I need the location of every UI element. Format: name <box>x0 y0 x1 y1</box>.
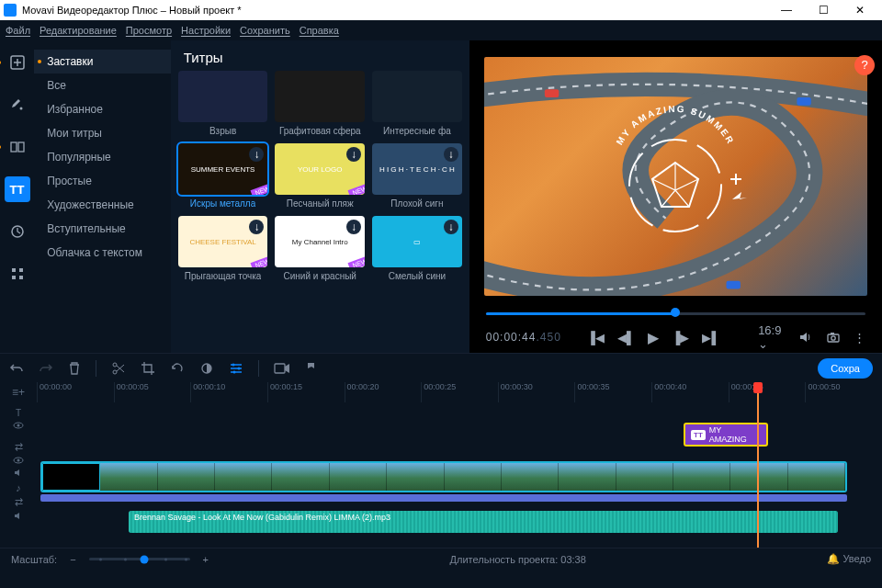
download-icon[interactable]: ↓ <box>249 147 264 162</box>
redo-button[interactable] <box>39 361 53 376</box>
download-icon[interactable]: ↓ <box>249 220 264 234</box>
menu-help[interactable]: Справка <box>300 25 339 36</box>
app-logo-icon <box>4 4 17 17</box>
track-mute-icon[interactable] <box>14 511 24 521</box>
record-button[interactable] <box>274 362 290 375</box>
window-maximize-button[interactable]: ☐ <box>805 4 842 17</box>
ruler-tick: 00:00:15 <box>267 382 345 402</box>
gallery-tile[interactable]: My Channel Intro↓NEWСиний и красный <box>275 216 365 281</box>
track-mute-icon[interactable] <box>14 468 24 478</box>
window-close-button[interactable]: ✕ <box>842 4 878 17</box>
play-button[interactable]: ▶ <box>648 329 659 346</box>
title-overlay: MY AMAZING SUMMER <box>593 98 758 254</box>
zoom-out-button[interactable]: − <box>70 554 75 565</box>
notifications-button[interactable]: 🔔 Уведо <box>827 553 871 565</box>
gallery-tile[interactable]: YOUR LOGO↓NEWПесчаный пляж <box>275 143 365 209</box>
download-icon[interactable]: ↓ <box>444 147 458 162</box>
volume-button[interactable] <box>798 330 813 345</box>
tile-thumb[interactable]: My Channel Intro↓NEW <box>275 216 365 267</box>
category-my-titles[interactable]: Мои титры <box>34 121 171 145</box>
window-titlebar: Movavi Видеоредактор Плюс – Новый проект… <box>0 0 882 20</box>
rail-more-button[interactable] <box>5 261 30 287</box>
download-icon[interactable]: ↓ <box>444 220 458 234</box>
color-adjust-button[interactable] <box>199 361 214 376</box>
zoom-in-button[interactable]: + <box>203 554 209 565</box>
track-visibility-icon[interactable] <box>13 421 24 430</box>
rail-effects-button[interactable] <box>5 92 30 118</box>
tile-thumb[interactable] <box>372 71 462 122</box>
ruler-tick: 00:00:00 <box>37 382 114 402</box>
gallery-tile[interactable]: Интересные фа <box>372 71 462 136</box>
skip-end-button[interactable]: ▶▌ <box>702 331 719 345</box>
track-link-icon[interactable]: ⇄ <box>15 441 23 453</box>
split-button[interactable] <box>111 361 126 376</box>
menu-view[interactable]: Просмотр <box>126 25 172 36</box>
add-track-button[interactable]: ≡+ <box>0 382 37 402</box>
skip-start-button[interactable]: ▐◀ <box>587 331 605 345</box>
rail-titles-button[interactable]: TT <box>5 176 30 202</box>
gallery-tile[interactable]: SUMMER EVENTS↓NEWИскры металла <box>178 143 268 209</box>
menu-file[interactable]: Файл <box>6 25 30 36</box>
title-clip[interactable]: TT MY AMAZING <box>684 423 768 447</box>
tile-thumb[interactable]: CHEESE FESTIVAL↓NEW <box>178 216 268 267</box>
gallery-tile[interactable]: H I G H · T E C H · C H↓Плохой сигн <box>372 143 462 209</box>
tile-label: Песчаный пляж <box>287 198 354 209</box>
gallery-tile[interactable]: CHEESE FESTIVAL↓NEWПрыгающая точка <box>178 216 268 281</box>
crop-button[interactable] <box>141 361 155 376</box>
snapshot-button[interactable] <box>826 330 841 345</box>
new-badge: NEW <box>251 255 268 267</box>
timeline-ruler[interactable]: 00:00:0000:00:0500:00:1000:00:1500:00:20… <box>37 382 882 402</box>
delete-button[interactable] <box>68 361 81 376</box>
preview-canvas[interactable]: MY AMAZING SUMMER <box>484 57 867 296</box>
menu-edit[interactable]: Редактирование <box>40 25 117 36</box>
download-icon[interactable]: ↓ <box>346 147 361 162</box>
track-link-icon[interactable]: ⇄ <box>15 496 23 508</box>
tile-thumb[interactable]: H I G H · T E C H · C H↓ <box>372 143 462 195</box>
category-simple[interactable]: Простые <box>34 169 171 193</box>
svg-rect-7 <box>12 276 16 279</box>
category-all[interactable]: Все <box>34 74 171 97</box>
category-opening[interactable]: Вступительные <box>34 217 171 241</box>
aspect-ratio-dropdown[interactable]: 16:9 ⌄ <box>758 323 786 351</box>
marker-button[interactable] <box>305 361 318 376</box>
tile-thumb[interactable] <box>275 71 365 122</box>
category-speech-bubbles[interactable]: Облачка с текстом <box>34 241 171 265</box>
gallery-tile[interactable]: Взрыв <box>178 71 268 136</box>
preview-more-button[interactable]: ⋮ <box>854 331 865 345</box>
menu-save[interactable]: Сохранить <box>240 25 290 36</box>
menu-settings[interactable]: Настройки <box>181 25 231 36</box>
undo-button[interactable] <box>9 361 24 376</box>
rail-stickers-button[interactable] <box>5 219 30 244</box>
video-clip[interactable] <box>40 461 847 492</box>
export-button[interactable]: Сохра <box>818 358 873 379</box>
category-favorites[interactable]: Избранное <box>34 97 171 121</box>
tile-thumb[interactable]: ▭↓ <box>372 216 462 267</box>
tile-thumb[interactable] <box>178 71 268 122</box>
tile-thumb[interactable]: YOUR LOGO↓NEW <box>275 143 365 195</box>
category-artistic[interactable]: Художественные <box>34 193 171 217</box>
zoom-slider[interactable] <box>89 558 190 560</box>
category-popular[interactable]: Популярные <box>34 145 171 169</box>
rail-import-button[interactable] <box>5 50 30 75</box>
category-intros[interactable]: Заставки <box>34 50 171 74</box>
rotate-button[interactable] <box>170 361 185 376</box>
audio-clip[interactable]: Brennan Savage - Look At Me Now (Gabidul… <box>129 511 838 533</box>
step-forward-button[interactable]: ▐▶ <box>672 331 689 345</box>
gallery-tile[interactable]: ▭↓Смелый сини <box>372 216 462 281</box>
window-minimize-button[interactable]: — <box>768 4 805 17</box>
svg-rect-16 <box>831 333 834 334</box>
video-audio-lane[interactable] <box>40 494 847 502</box>
help-button[interactable]: ? <box>854 55 875 75</box>
rail-transitions-button[interactable] <box>5 134 30 160</box>
video-frame-thumb <box>673 463 730 491</box>
gallery-tile[interactable]: Графитовая сфера <box>275 71 365 136</box>
download-icon[interactable]: ↓ <box>346 220 361 234</box>
video-frame-thumb <box>445 463 502 491</box>
clip-properties-button[interactable] <box>229 361 243 376</box>
step-back-button[interactable]: ◀▌ <box>617 331 635 345</box>
svg-point-25 <box>17 424 20 427</box>
track-visibility-icon[interactable] <box>13 456 24 465</box>
tile-thumb[interactable]: SUMMER EVENTS↓NEW <box>178 143 268 195</box>
timecode-display: 00:00:44.450 <box>486 331 561 344</box>
preview-seekbar[interactable] <box>486 303 865 322</box>
